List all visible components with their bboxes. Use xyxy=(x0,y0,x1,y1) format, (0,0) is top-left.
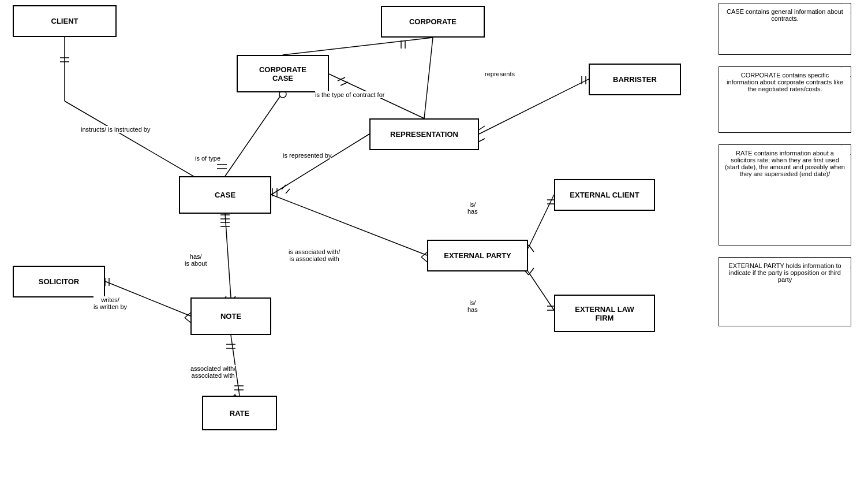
rate-entity: RATE xyxy=(202,396,277,430)
has-is-about-label: has/is about xyxy=(185,253,207,267)
is-represented-by-label: is represented by xyxy=(283,152,331,159)
svg-line-21 xyxy=(424,38,433,118)
svg-line-34 xyxy=(286,189,290,194)
associated-with-label: associated with/associated with xyxy=(190,365,235,379)
is-of-type-label: is of type xyxy=(195,155,220,162)
svg-line-33 xyxy=(282,185,286,189)
svg-line-35 xyxy=(528,195,554,248)
representation-entity: REPRESENTATION xyxy=(369,118,479,150)
svg-line-7 xyxy=(283,38,433,55)
corporate-note-box: CORPORATE contains specific information … xyxy=(719,66,851,133)
is-the-type-label: is the type of contract for xyxy=(315,91,384,98)
is-has-firm-label: is/has xyxy=(467,299,478,313)
svg-line-18 xyxy=(341,82,348,85)
instructs-label: instructs/ is instructed by xyxy=(81,126,150,133)
svg-line-44 xyxy=(529,268,534,275)
diagram: CLIENT CORPORATE CORPORATECASE BARRISTER… xyxy=(0,0,868,480)
corporate-entity: CORPORATE xyxy=(381,6,485,38)
external-party-entity: EXTERNAL PARTY xyxy=(427,240,528,271)
external-party-note-box: EXTERNAL PARTY holds information to indi… xyxy=(719,257,851,326)
svg-line-27 xyxy=(271,195,427,255)
client-entity: CLIENT xyxy=(13,5,117,37)
svg-line-17 xyxy=(338,77,345,81)
svg-line-32 xyxy=(271,134,369,195)
external-client-entity: EXTERNAL CLIENT xyxy=(554,179,655,211)
svg-line-39 xyxy=(529,245,534,252)
is-has-client-label: is/has xyxy=(467,201,478,215)
svg-line-22 xyxy=(479,79,589,134)
barrister-entity: BARRISTER xyxy=(589,64,681,95)
case-note-box: CASE contains general information about … xyxy=(719,3,851,55)
svg-line-40 xyxy=(528,271,554,310)
is-associated-with-label: is associated with/is associated with xyxy=(289,248,340,262)
case-entity: CASE xyxy=(179,176,271,214)
external-law-firm-entity: EXTERNAL LAWFIRM xyxy=(554,295,655,332)
solicitor-entity: SOLICITOR xyxy=(13,266,105,297)
represents-label: represents xyxy=(485,70,515,77)
svg-line-12 xyxy=(225,92,283,176)
writes-label: writes/is written by xyxy=(93,296,127,310)
note-entity: NOTE xyxy=(190,297,271,335)
corporate-case-entity: CORPORATECASE xyxy=(237,55,329,92)
rate-note-box: RATE contains information about a solici… xyxy=(719,144,851,245)
